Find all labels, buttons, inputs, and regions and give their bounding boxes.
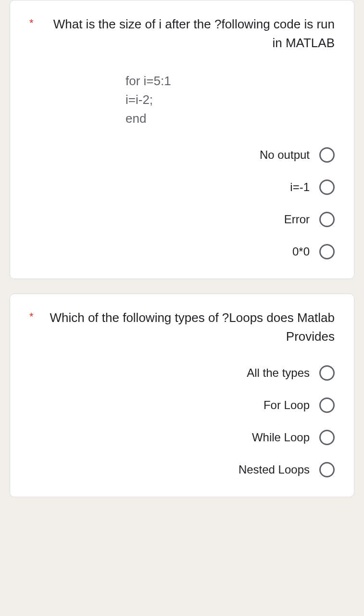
option-label: 0*0	[292, 245, 310, 258]
radio-icon[interactable]	[319, 462, 335, 477]
option-row[interactable]: i=-1	[29, 180, 335, 195]
radio-icon[interactable]	[319, 180, 335, 195]
option-label: i=-1	[290, 180, 310, 194]
question-header: * Which of the following types of ?Loops…	[29, 308, 335, 346]
option-row[interactable]: While Loop	[29, 430, 335, 445]
code-block: for i=5:1 i=i-2; end	[126, 72, 335, 128]
radio-icon[interactable]	[319, 430, 335, 445]
option-row[interactable]: Nested Loops	[29, 462, 335, 477]
option-row[interactable]: Error	[29, 212, 335, 227]
option-row[interactable]: No output	[29, 147, 335, 163]
option-row[interactable]: 0*0	[29, 244, 335, 259]
code-line: for i=5:1	[126, 72, 335, 90]
radio-icon[interactable]	[319, 398, 335, 413]
code-line: i=i-2;	[126, 90, 335, 109]
option-label: No output	[260, 148, 310, 162]
option-label: While Loop	[252, 431, 310, 444]
radio-icon[interactable]	[319, 365, 335, 381]
radio-icon[interactable]	[319, 147, 335, 163]
options-list: No output i=-1 Error 0*0	[29, 147, 335, 259]
radio-icon[interactable]	[319, 212, 335, 227]
required-asterisk: *	[29, 17, 34, 29]
options-list: All the types For Loop While Loop Nested…	[29, 365, 335, 477]
question-text: Which of the following types of ?Loops d…	[48, 308, 335, 346]
option-row[interactable]: All the types	[29, 365, 335, 381]
option-label: Nested Loops	[238, 463, 310, 476]
question-text: What is the size of i after the ?followi…	[48, 15, 335, 52]
option-label: For Loop	[264, 398, 310, 412]
option-label: All the types	[247, 366, 310, 380]
option-label: Error	[284, 213, 310, 226]
option-row[interactable]: For Loop	[29, 398, 335, 413]
required-asterisk: *	[29, 310, 34, 323]
question-card-1: * What is the size of i after the ?follo…	[10, 0, 354, 279]
question-header: * What is the size of i after the ?follo…	[29, 15, 335, 52]
radio-icon[interactable]	[319, 244, 335, 259]
question-card-2: * Which of the following types of ?Loops…	[10, 294, 354, 497]
code-line: end	[126, 109, 335, 128]
